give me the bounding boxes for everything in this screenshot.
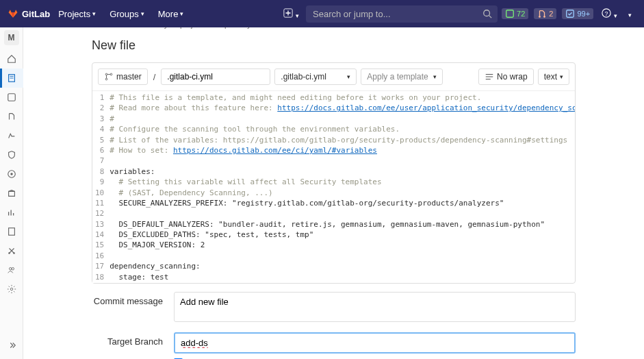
chevron-down-icon: ▾: [296, 12, 299, 19]
svg-text:?: ?: [605, 10, 608, 16]
issues-counter[interactable]: 72: [502, 8, 528, 19]
breadcrumb-user[interactable]: Nicole Schwartz: [92, 27, 146, 29]
sidebar-merge-requests[interactable]: [0, 107, 23, 126]
code-editor[interactable]: 1234567891011121314151617181920212223242…: [92, 91, 575, 283]
svg-point-3: [539, 16, 541, 18]
brand-text: GitLab: [22, 9, 50, 19]
breadcrumb-project[interactable]: mytestproject: [158, 27, 203, 29]
chevron-down-icon: ▾: [560, 73, 563, 80]
new-dropdown[interactable]: ▾: [279, 5, 303, 23]
chevron-down-icon: ▾: [614, 12, 617, 19]
line-gutter: 1234567891011121314151617181920212223242…: [92, 91, 110, 283]
template-select[interactable]: Apply a template▾: [361, 69, 443, 85]
tanuki-icon: [8, 9, 18, 18]
nowrap-icon: [485, 72, 494, 82]
sidebar-snippets[interactable]: [0, 241, 23, 260]
chevron-down-icon: ▾: [92, 10, 96, 17]
chevron-down-icon: ▾: [628, 12, 632, 18]
merge-requests-counter[interactable]: 2: [534, 8, 556, 19]
editor-toolbar: master / .gitlab-ci.yml▾ Apply a templat…: [92, 63, 575, 91]
editor-card: master / .gitlab-ci.yml▾ Apply a templat…: [92, 62, 576, 284]
content-area: Nicole Schwartz › mytestproject › Reposi…: [23, 27, 644, 359]
global-search-input[interactable]: [306, 5, 498, 23]
svg-point-13: [8, 252, 10, 254]
syntax-select[interactable]: text▾: [538, 69, 569, 85]
sidebar-issues[interactable]: [0, 88, 23, 107]
sidebar-wiki[interactable]: [0, 222, 23, 241]
search-icon: [482, 9, 492, 18]
svg-rect-2: [506, 10, 514, 18]
question-icon: ?: [602, 8, 611, 18]
sidebar-home[interactable]: [0, 49, 23, 69]
commit-message-input[interactable]: [174, 292, 576, 322]
svg-point-1: [484, 10, 490, 16]
target-branch-row: Target Branch Start a new merge request …: [92, 332, 576, 359]
todos-counter[interactable]: 99+: [562, 8, 593, 19]
svg-point-17: [10, 288, 13, 290]
project-avatar[interactable]: M: [4, 30, 19, 45]
commit-message-row: Commit message: [92, 292, 576, 324]
sidebar-members[interactable]: [0, 260, 23, 280]
global-header: GitLab Projects▾ Groups▾ More▾ ▾ 72 2 99…: [0, 0, 644, 27]
sidebar-cicd[interactable]: [0, 126, 23, 145]
commit-message-label: Commit message: [92, 292, 174, 306]
branch-selector[interactable]: master: [98, 69, 148, 85]
help-button[interactable]: ? ▾: [597, 5, 621, 23]
file-type-select[interactable]: .gitlab-ci.yml▾: [274, 69, 357, 85]
svg-point-16: [12, 268, 14, 271]
sidebar-packages[interactable]: [0, 184, 23, 203]
svg-rect-9: [8, 94, 15, 101]
svg-point-4: [544, 16, 546, 18]
todo-icon: [565, 9, 575, 18]
merge-request-icon: [537, 9, 547, 18]
chevron-down-icon: ▾: [180, 10, 183, 17]
svg-point-20: [110, 73, 112, 75]
user-menu[interactable]: ▾: [624, 5, 636, 22]
svg-point-19: [105, 78, 107, 80]
code-content[interactable]: # This file is a template, and might nee…: [110, 91, 575, 283]
svg-rect-12: [8, 228, 14, 236]
chevron-down-icon: ▾: [347, 73, 350, 80]
sidebar-settings[interactable]: [0, 280, 23, 299]
svg-point-14: [13, 252, 15, 254]
nav-groups[interactable]: Groups▾: [104, 6, 150, 22]
plus-square-icon: [283, 8, 293, 18]
gitlab-logo[interactable]: GitLab: [8, 9, 50, 19]
project-sidebar: M: [0, 27, 23, 359]
svg-point-18: [105, 73, 107, 75]
branch-icon: [104, 72, 114, 82]
issue-icon: [505, 9, 515, 18]
target-branch-label: Target Branch: [92, 332, 174, 347]
sidebar-repository[interactable]: [0, 69, 23, 88]
sidebar-security[interactable]: [0, 145, 23, 164]
sidebar-analytics[interactable]: [0, 203, 23, 222]
target-branch-input[interactable]: [174, 332, 576, 354]
wrap-toggle[interactable]: No wrap: [478, 69, 534, 85]
chevron-down-icon: ▾: [141, 10, 144, 17]
sidebar-operations[interactable]: [0, 164, 23, 184]
page-title: New file: [92, 38, 576, 53]
svg-point-11: [10, 173, 13, 175]
svg-point-15: [9, 268, 12, 271]
filename-input[interactable]: [161, 69, 270, 85]
chevron-down-icon: ▾: [433, 73, 437, 80]
sidebar-collapse[interactable]: [0, 336, 23, 355]
nav-projects[interactable]: Projects▾: [53, 6, 101, 22]
nav-more[interactable]: More▾: [153, 6, 190, 22]
breadcrumb-page[interactable]: Repository: [215, 27, 251, 29]
search-wrap: [306, 5, 498, 23]
path-separator: /: [152, 72, 157, 82]
breadcrumb: Nicole Schwartz › mytestproject › Reposi…: [23, 27, 263, 29]
